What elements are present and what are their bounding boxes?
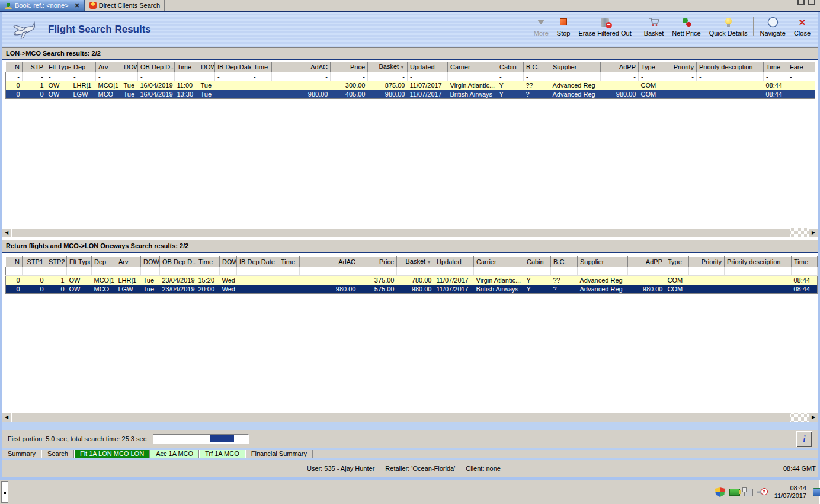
filter-cell-flt-type[interactable]: -: [46, 72, 71, 81]
filter-cell-dep[interactable]: -: [71, 72, 96, 81]
filter-cell-n[interactable]: -: [6, 72, 23, 81]
filter-cell-dow[interactable]: [141, 267, 160, 276]
column-header-n[interactable]: N: [6, 62, 23, 72]
column-header-b-c[interactable]: B.C.: [551, 257, 578, 267]
column-header-cabin[interactable]: Cabin: [524, 257, 551, 267]
column-header-dep[interactable]: Dep: [71, 62, 96, 72]
column-header-time[interactable]: Time: [196, 257, 220, 267]
filter-cell-basket[interactable]: -: [397, 267, 434, 276]
column-header-ob-dep-d[interactable]: OB Dep D...: [160, 257, 196, 267]
scroll-left-icon[interactable]: ◀: [2, 228, 11, 237]
filter-cell-price[interactable]: -: [358, 267, 397, 276]
filter-cell-basket[interactable]: -: [368, 72, 408, 81]
filter-cell-ob-dep-d[interactable]: -: [138, 72, 175, 81]
column-header-b-c[interactable]: B.C.: [524, 62, 550, 72]
column-header-stp1[interactable]: STP1: [23, 257, 46, 267]
scroll-right-icon[interactable]: ▶: [809, 228, 818, 237]
column-header-time[interactable]: Time: [764, 62, 787, 72]
column-header-price[interactable]: Price: [358, 257, 397, 267]
taskbar-left-window[interactable]: [1, 481, 8, 503]
quick-details-button[interactable]: Quick Details: [705, 15, 752, 38]
filter-cell-cabin[interactable]: -: [524, 267, 551, 276]
stop-button[interactable]: Stop: [553, 15, 575, 38]
nett-price-button[interactable]: Nett Price: [668, 15, 704, 38]
filter-cell-adpp[interactable]: -: [601, 72, 639, 81]
tab-acc-1a-mco[interactable]: Acc 1A MCO: [150, 450, 199, 458]
column-header-dep[interactable]: Dep: [92, 257, 116, 267]
scrollbar-thumb[interactable]: [11, 413, 790, 422]
column-header-supplier[interactable]: Supplier: [550, 62, 601, 72]
filter-cell-time[interactable]: -: [764, 72, 787, 81]
column-header-basket[interactable]: Basket▼: [397, 257, 434, 267]
scroll-left-icon[interactable]: ◀: [2, 413, 11, 422]
filter-cell-n[interactable]: -: [6, 267, 23, 276]
basket-button[interactable]: Basket: [640, 15, 668, 38]
filter-cell-priority-description[interactable]: -: [697, 72, 764, 81]
filter-cell-carrier[interactable]: [474, 267, 524, 276]
column-header-fare[interactable]: Fare: [787, 62, 815, 72]
column-header-flt-type[interactable]: Flt Type: [46, 62, 71, 72]
filter-cell-ob-dep-d[interactable]: -: [160, 267, 196, 276]
result-row[interactable]: 001OWMCO|1LHR|1Tue23/04/201915:20Wed -37…: [6, 276, 818, 285]
scrollbar-track[interactable]: [790, 413, 809, 422]
filter-cell-stp1[interactable]: -: [23, 267, 46, 276]
filter-cell-ib-dep-date[interactable]: -: [237, 267, 278, 276]
mini-window-icon[interactable]: [797, 0, 805, 5]
column-header-priority-description[interactable]: Priority description: [725, 257, 792, 267]
filter-cell-time[interactable]: -: [792, 267, 818, 276]
filter-cell-updated[interactable]: -: [434, 267, 474, 276]
column-header-adac[interactable]: AdAC: [272, 62, 331, 72]
tab-flt-1a-lon-mco-lon[interactable]: Flt 1A LON MCO LON: [74, 450, 150, 458]
filter-cell-stp[interactable]: -: [23, 72, 46, 81]
security-shield-icon[interactable]: [715, 487, 725, 497]
column-header-adac[interactable]: AdAC: [300, 257, 358, 267]
result-row[interactable]: 00OWLGWMCOTue16/04/201913:30Tue 980.0040…: [6, 90, 815, 99]
filter-cell-type[interactable]: -: [639, 72, 659, 81]
filter-cell-time[interactable]: [175, 72, 198, 81]
filter-cell-stp2[interactable]: -: [46, 267, 67, 276]
tab-financial-summary[interactable]: Financial Summary: [245, 450, 313, 458]
column-header-ib-dep-date[interactable]: IB Dep Date: [215, 62, 251, 72]
column-header-dow[interactable]: DOW: [121, 62, 138, 72]
column-header-adpp[interactable]: AdPP: [601, 62, 639, 72]
filter-cell-supplier[interactable]: [578, 267, 628, 276]
outbound-horizontal-scrollbar[interactable]: ◀ ▶: [2, 227, 818, 237]
filter-cell-b-c[interactable]: -: [524, 72, 550, 81]
column-header-type[interactable]: Type: [639, 62, 659, 72]
column-header-priority[interactable]: Priority: [689, 257, 725, 267]
column-header-dow[interactable]: DOW: [141, 257, 160, 267]
column-header-carrier[interactable]: Carrier: [448, 62, 497, 72]
computer-plug-icon[interactable]: [744, 489, 753, 496]
filter-cell-type[interactable]: -: [665, 267, 689, 276]
column-header-arv[interactable]: Arv: [96, 62, 121, 72]
column-header-updated[interactable]: Updated: [408, 62, 448, 72]
column-header-carrier[interactable]: Carrier: [474, 257, 524, 267]
window-tab-booking-ref[interactable]: Book. ref.: <none> ✕: [0, 0, 85, 11]
column-header-time[interactable]: Time: [792, 257, 818, 267]
filter-cell-cabin[interactable]: -: [497, 72, 524, 81]
column-header-time[interactable]: Time: [251, 62, 272, 72]
info-button[interactable]: i: [796, 431, 812, 447]
network-adapter-icon[interactable]: [729, 489, 740, 496]
column-header-updated[interactable]: Updated: [434, 257, 474, 267]
filter-cell-dep[interactable]: -: [92, 267, 116, 276]
filter-cell-b-c[interactable]: -: [551, 267, 578, 276]
column-header-priority-description[interactable]: Priority description: [697, 62, 764, 72]
tab-summary[interactable]: Summary: [2, 450, 41, 458]
filter-cell-time[interactable]: -: [278, 267, 300, 276]
filter-cell-ib-dep-date[interactable]: -: [215, 72, 251, 81]
filter-cell-dow[interactable]: [121, 72, 138, 81]
column-header-flt-type[interactable]: Flt Type: [67, 257, 92, 267]
filter-cell-time[interactable]: -: [251, 72, 272, 81]
filter-cell-flt-type[interactable]: -: [67, 267, 92, 276]
filter-cell-priority[interactable]: -: [689, 267, 725, 276]
tray-clock[interactable]: 08:44 11/07/2017: [772, 484, 809, 500]
column-header-n[interactable]: N: [6, 257, 23, 267]
scrollbar-track[interactable]: [790, 228, 809, 237]
filter-cell-adac[interactable]: -: [272, 72, 331, 81]
column-header-dow[interactable]: DOW: [198, 62, 215, 72]
window-tab-direct-clients-search[interactable]: Direct Clients Search: [85, 0, 165, 11]
column-header-adpp[interactable]: AdPP: [628, 257, 665, 267]
return-horizontal-scrollbar[interactable]: ◀ ▶: [2, 412, 818, 422]
column-header-time[interactable]: Time: [175, 62, 198, 72]
